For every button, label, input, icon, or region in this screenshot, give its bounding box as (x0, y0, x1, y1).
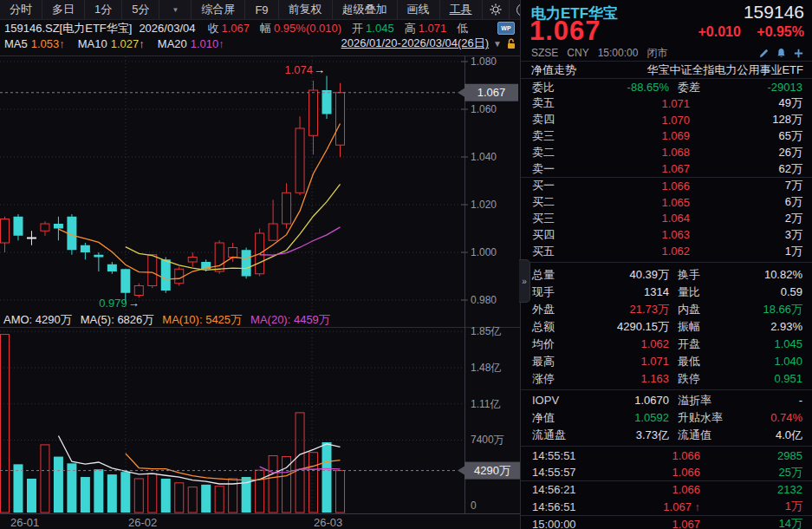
level-volume: 65万 (690, 128, 802, 144)
toolbar-button-5[interactable]: 工具 (440, 0, 483, 19)
iopv-row-0: IOPV1.0670溢折率- (521, 392, 812, 409)
level-label: 卖五 (532, 95, 579, 111)
ask-row-3[interactable]: 卖二1.06826万 (521, 144, 812, 160)
bid-levels: 买一1.0667万买二1.0656万买三1.0642万买四1.0633万买五1.… (521, 178, 812, 259)
bid-row-0[interactable]: 买一1.0667万 (521, 178, 812, 194)
level-volume: 1万 (690, 244, 802, 259)
period-dropdown[interactable]: ▼ (159, 0, 192, 19)
toolbar-tab-0[interactable]: 分时 (0, 0, 42, 19)
toolbar-button-4[interactable]: 画线 (398, 0, 440, 19)
toolbar-button-2[interactable]: 前复权 (279, 0, 333, 19)
quote-header: 电力ETF华宝 159146 1.067 +0.010 +0.95% (521, 0, 812, 45)
quote-field-value: 1.067 (221, 22, 250, 35)
iopv-section: IOPV1.0670溢折率-净值1.0592升贴水率0.74%流通盘3.73亿流… (521, 392, 812, 444)
top-toolbar: 分时多日1分5分 ▼ 综合屏F9前复权超级叠加画线工具 ? > (0, 0, 520, 20)
ma-indicator-bar: MA51.053↑MA101.027↑MA201.010↑ 2026/01/20… (0, 36, 520, 50)
stat-label: 总额 (532, 319, 575, 335)
add-plus-icon[interactable] (793, 48, 804, 59)
quote-info-bar: 159146.SZ[电力ETF华宝] 2026/03/04 收1.067幅0.9… (0, 20, 520, 36)
bid-row-4[interactable]: 买五1.0621万 (521, 243, 812, 259)
amo-label-3: MA(20): 4459万 (250, 313, 330, 326)
level-volume: 26万 (690, 145, 802, 160)
tick-price: 1.066 (600, 483, 700, 496)
stat-label: 现手 (532, 284, 575, 300)
quote-field-label: 低 (457, 22, 468, 35)
toolbar-button-1[interactable]: F9 (245, 0, 278, 19)
tick-price: 1.066 (600, 449, 700, 462)
svg-text:1.85亿: 1.85亿 (471, 325, 501, 337)
level-volume: 49万 (690, 95, 802, 111)
level-label: 买一 (532, 178, 579, 193)
nav-trend-row[interactable]: 净值走势 华宝中证全指电力公用事业ETF (521, 62, 812, 79)
level-label: 卖二 (532, 145, 579, 160)
edit-pencil-icon[interactable] (758, 48, 770, 59)
bid-row-1[interactable]: 买二1.0656万 (521, 194, 812, 211)
stat-value: 40.39万 (575, 267, 669, 283)
chevron-down-icon[interactable]: ▼ (493, 39, 502, 49)
iopv-row-1: 净值1.0592升贴水率0.74% (521, 409, 812, 427)
quote-field-label: 幅 (260, 22, 271, 35)
amo-label-1: MA(5): 6826万 (81, 313, 154, 326)
stat-row-3: 总额4290.15万振幅2.93% (521, 318, 812, 336)
stat-label: 溢折率 (669, 393, 745, 408)
weibi-value: -88.65% (575, 81, 669, 94)
toolbar-tab-3[interactable]: 5分 (122, 0, 159, 19)
level-label: 卖四 (532, 112, 579, 127)
ask-row-0[interactable]: 卖五1.07149万 (521, 95, 812, 112)
stat-value: 1.071 (575, 355, 669, 368)
svg-text:26-01: 26-01 (10, 516, 39, 529)
tick-row-4[interactable]: 15:00:001.06714万 (521, 515, 812, 529)
svg-text:4290万: 4290万 (474, 464, 510, 477)
alert-bell-icon[interactable] (776, 48, 787, 59)
toolbar-button-0[interactable]: 综合屏 (192, 0, 245, 19)
security-code: 159146 (744, 2, 804, 23)
bid-row-2[interactable]: 买三1.0642万 (521, 211, 812, 227)
panel-collapse-handle[interactable]: » (519, 259, 530, 303)
svg-text:7400万: 7400万 (471, 434, 504, 446)
tick-row-3[interactable]: 14:56:511.067 ↑1万 (521, 499, 812, 515)
svg-text:0.980: 0.980 (471, 294, 497, 306)
symbol-label: 159146.SZ[电力ETF华宝] (4, 21, 132, 36)
quote-panel: 电力ETF华宝 159146 1.067 +0.010 +0.95% SZSE … (520, 0, 812, 529)
level-volume: 7万 (690, 178, 802, 193)
ask-row-2[interactable]: 卖三1.06965万 (521, 128, 812, 145)
stat-value: 0.951 (745, 372, 802, 385)
period-tabs: 分时多日1分5分 (0, 0, 159, 19)
quote-field-0: 收1.067 (207, 22, 250, 35)
quote-time: 15:00:00 (598, 47, 639, 59)
settings-button[interactable] (483, 0, 510, 19)
chevron-down-icon: ▼ (166, 6, 184, 14)
toolbar-button-3[interactable]: 超级叠加 (333, 0, 398, 19)
stat-value: 1.0670 (575, 394, 669, 407)
tick-row-0[interactable]: 14:55:511.0662985 (521, 447, 812, 464)
gear-icon (490, 3, 502, 16)
date-range-selector[interactable]: 2026/01/20-2026/03/04(26日) (341, 36, 490, 51)
bid-row-3[interactable]: 买四1.0633万 (521, 226, 812, 243)
toolbar-actions: 综合屏F9前复权超级叠加画线工具 (192, 0, 482, 19)
level-volume: 6万 (690, 194, 802, 210)
daily-candle-chart[interactable]: 1.0801.0601.0401.0201.0000.9801.85亿1.48亿… (0, 0, 520, 529)
ma-label-1: MA10 (78, 37, 107, 50)
toolbar-tab-2[interactable]: 1分 (85, 0, 122, 19)
stat-label: 净值 (532, 410, 575, 426)
unlock-icon[interactable] (506, 38, 516, 49)
tick-time: 14:55:51 (532, 449, 600, 462)
quote-field-4: 低 (457, 22, 471, 35)
ma-values: MA51.053↑MA101.027↑MA201.010↑ (0, 37, 233, 50)
stat-value: 1.163 (575, 372, 669, 385)
ask-row-1[interactable]: 卖四1.070128万 (521, 112, 812, 128)
tick-row-1[interactable]: 14:55:571.06625万 (521, 464, 812, 480)
tick-row-2[interactable]: 14:56:211.0662132 (521, 480, 812, 498)
level-label: 买三 (532, 211, 579, 226)
tick-time: 14:56:51 (532, 500, 600, 513)
stat-label: 涨停 (532, 371, 575, 387)
level-label: 卖一 (532, 161, 579, 177)
stat-label: 最低 (669, 354, 745, 369)
stat-value: 0.74% (745, 411, 802, 424)
toolbar-tab-1[interactable]: 多日 (42, 0, 85, 19)
ma-value-1: 1.027↑ (111, 37, 145, 50)
iopv-row-2: 流通盘3.73亿流通值4.0亿 (521, 427, 812, 444)
ask-row-4[interactable]: 卖一1.06762万 (521, 160, 812, 177)
wp-window-icon[interactable]: WP (497, 22, 515, 35)
stat-value: 1.062 (575, 337, 669, 350)
